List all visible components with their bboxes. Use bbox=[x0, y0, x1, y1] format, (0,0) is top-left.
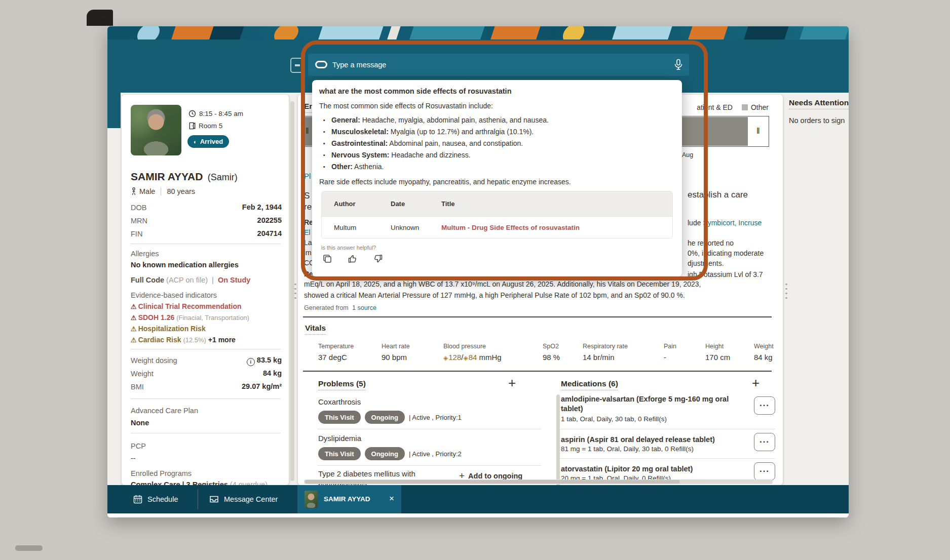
copy-icon[interactable] bbox=[322, 254, 332, 264]
row-divider bbox=[317, 465, 541, 466]
window-bottom-strip bbox=[107, 513, 849, 517]
source-title-link[interactable]: Multum - Drug Side Effects of rosuvastat… bbox=[441, 224, 672, 231]
patient-tab[interactable]: SAMIR AYYAD × bbox=[297, 485, 401, 513]
microphone-icon[interactable] bbox=[674, 59, 683, 71]
clock-icon bbox=[188, 110, 196, 117]
warning-icon: ⚠ bbox=[131, 314, 137, 322]
problems-scrollbar[interactable] bbox=[556, 394, 560, 485]
row-divider bbox=[560, 429, 775, 429]
vital-value-blood-pressure: ◈128/◈84 mmHg bbox=[443, 353, 502, 362]
weight-dosing-label: Weight dosing bbox=[131, 356, 177, 365]
weight-label: Weight bbox=[131, 370, 154, 378]
calendar-icon bbox=[133, 494, 143, 504]
summary-fragment: re bbox=[304, 202, 312, 212]
panel-resize-handle[interactable] bbox=[294, 282, 296, 300]
status-badge: ◐ Arrived bbox=[187, 135, 229, 148]
medication-more-button[interactable]: ··· bbox=[754, 433, 775, 451]
divider bbox=[131, 433, 281, 433]
vital-label: Blood pressure bbox=[443, 343, 486, 350]
dob-label: DOB bbox=[131, 204, 146, 212]
tab-close-icon[interactable]: × bbox=[389, 485, 394, 512]
medication-name: atorvastatin (Lipitor 20 mg oral tablet) bbox=[561, 464, 744, 474]
taskbar-schedule-button[interactable]: Schedule bbox=[133, 485, 178, 513]
programs-label: Enrolled Programs bbox=[131, 469, 192, 477]
timeline-handle-left[interactable]: ‖ bbox=[306, 127, 309, 136]
horizontal-scrollbar[interactable] bbox=[304, 479, 773, 484]
header-band-edge bbox=[107, 93, 121, 128]
inbox-icon bbox=[209, 494, 219, 504]
answer-bullet: Other: Asthenia. bbox=[322, 161, 674, 173]
patient-tab-avatar bbox=[305, 491, 318, 508]
indicator-clinical-trial[interactable]: ⚠Clinical Trial Recommendation bbox=[131, 302, 241, 310]
arrived-icon: ◐ bbox=[194, 139, 197, 145]
medication-name: aspirin (Aspir 81 oral delayed release t… bbox=[561, 435, 744, 445]
oracle-logo-icon bbox=[315, 61, 327, 68]
vital-label: Temperature bbox=[318, 343, 354, 350]
horizontal-scrollbar-thumb[interactable] bbox=[305, 480, 680, 484]
source-col-title: Title bbox=[441, 200, 672, 208]
source-col-date: Date bbox=[391, 200, 441, 208]
patient-preferred-name: (Samir) bbox=[208, 172, 238, 182]
problem-pill-this-visit: This Visit bbox=[318, 447, 361, 460]
panel-resize-handle[interactable] bbox=[785, 282, 787, 300]
thumbs-down-icon[interactable] bbox=[373, 254, 383, 264]
indicator-hospitalization[interactable]: ⚠Hospitalization Risk bbox=[131, 325, 206, 333]
answer-bullet: Musculoskeletal: Myalgia (up to 12.7%) a… bbox=[322, 126, 674, 138]
indicator-sdoh[interactable]: ⚠SDOH 1.26 (Finacial, Transportation) bbox=[131, 313, 249, 322]
chat-input[interactable]: Type a message bbox=[308, 54, 689, 76]
summary-fragment: he reported no bbox=[688, 239, 734, 247]
problem-pill-ongoing: Ongoing bbox=[365, 447, 405, 460]
acp-note: (ACP on file) bbox=[166, 276, 208, 284]
medication-link[interactable]: Symbicort, Incruse bbox=[703, 219, 762, 227]
pcp-value: -- bbox=[131, 454, 136, 462]
patient-age: 80 years bbox=[167, 187, 195, 195]
feedback-prompt: is this answer helpful? bbox=[321, 245, 674, 251]
vitals-title: Vitals bbox=[305, 324, 326, 335]
indicator-cardiac[interactable]: ⚠Cardiac Risk (12.5%) +1 more bbox=[131, 336, 236, 344]
header-artwork bbox=[107, 26, 849, 39]
more-indicators-link[interactable]: +1 more bbox=[208, 336, 236, 344]
weight-dosing-value: 83.5 kg bbox=[257, 356, 282, 364]
add-problem-button[interactable]: + bbox=[508, 376, 516, 389]
add-medication-button[interactable]: + bbox=[752, 376, 759, 389]
source-table: Author Date Title Multum Unknown Multum … bbox=[321, 191, 673, 238]
generated-from-label: Generated from bbox=[304, 304, 349, 311]
taskbar-divider bbox=[198, 489, 198, 509]
problem-pill-this-visit: This Visit bbox=[318, 411, 361, 424]
vital-label: Respiratory rate bbox=[583, 343, 628, 350]
taskbar-message-center-button[interactable]: Message Center bbox=[209, 485, 278, 513]
source-row: Multum Unknown Multum - Drug Side Effect… bbox=[322, 216, 672, 238]
source-link[interactable]: 1 source bbox=[352, 304, 376, 311]
bmi-label: BMI bbox=[131, 383, 144, 391]
chat-expand-button[interactable] bbox=[290, 58, 305, 73]
answer-bullet: Nervous System: Headache and dizziness. bbox=[322, 149, 674, 161]
patient-tab-name: SAMIR AYYAD bbox=[324, 485, 370, 513]
timeline-handle-right[interactable]: ‖ bbox=[756, 127, 760, 136]
vital-label: SpO2 bbox=[543, 343, 559, 350]
section-divider bbox=[303, 316, 772, 317]
divider bbox=[131, 349, 281, 349]
answer-bullet: General: Headache, myalgia, abdominal pa… bbox=[322, 114, 674, 126]
dob-value: Feb 2, 1944 bbox=[242, 203, 282, 211]
problem-status: | Active , Priority:2 bbox=[409, 450, 462, 458]
summary-fragment: im bbox=[304, 249, 312, 257]
separator: | bbox=[212, 276, 214, 284]
sidebar-scrollbar[interactable] bbox=[290, 101, 294, 481]
legend-other-swatch bbox=[742, 104, 748, 110]
legend-inpatient-ed: atient & ED bbox=[697, 103, 733, 111]
medication-name: amlodipine-valsartan (Exforge 5 mg-160 m… bbox=[561, 394, 744, 414]
info-icon: i bbox=[247, 358, 255, 366]
source-date: Unknown bbox=[391, 224, 441, 231]
desktop-corner-decoration bbox=[87, 10, 113, 26]
medication-more-button[interactable]: ··· bbox=[754, 462, 775, 481]
needs-attention-title: Needs Attention bbox=[789, 98, 849, 109]
medication-more-button[interactable]: ··· bbox=[754, 396, 775, 415]
needs-attention-empty: No orders to sign bbox=[789, 116, 849, 125]
chat-placeholder: Type a message bbox=[332, 54, 386, 76]
divider bbox=[131, 244, 281, 244]
room-number: Room 5 bbox=[199, 122, 222, 130]
medication-detail: 81 mg = 1 tab, Oral, Daily, 30 tab, 0 Re… bbox=[561, 445, 694, 453]
programs-link[interactable]: Complex Care | 3 Registries bbox=[131, 481, 228, 485]
thumbs-up-icon[interactable] bbox=[348, 254, 358, 264]
vital-label: Pain bbox=[664, 343, 676, 350]
